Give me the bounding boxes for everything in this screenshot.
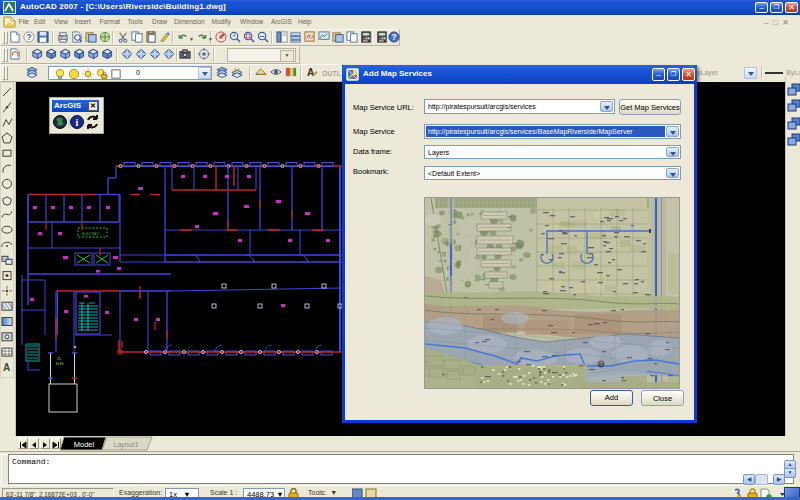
svg-text:Layout1: Layout1 <box>114 441 139 449</box>
svg-text:ELEV: ELEV <box>56 362 64 366</box>
svg-text:ZL: ZL <box>57 356 62 361</box>
svg-text:?: ? <box>391 32 396 42</box>
svg-text:ELEV MEC: ELEV MEC <box>82 232 100 236</box>
svg-text:Model: Model <box>74 440 95 449</box>
svg-text:A: A <box>3 362 10 373</box>
svg-text:?: ? <box>26 32 31 42</box>
svg-text:A: A <box>307 67 315 78</box>
svg-text:i: i <box>76 117 79 128</box>
svg-text:+: + <box>232 32 236 39</box>
